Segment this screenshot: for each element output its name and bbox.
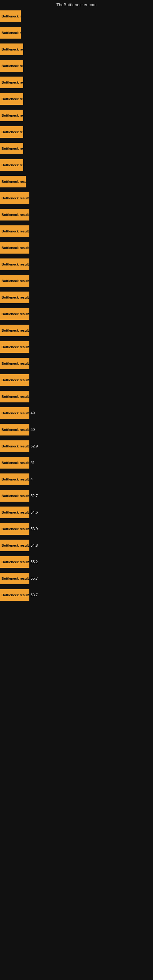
bar-value: 52.7 bbox=[30, 494, 38, 498]
bar-label: Bottleneck result bbox=[0, 424, 29, 436]
bar-label: Bottleneck result bbox=[0, 242, 29, 254]
bar-row: Bottleneck result bbox=[0, 273, 153, 289]
bar-row: Bottleneck re bbox=[0, 25, 153, 41]
bar-row: Bottleneck result50 bbox=[0, 422, 153, 438]
bar-label: Bottleneck res bbox=[0, 60, 23, 72]
bar-row: Bottleneck result54.8 bbox=[0, 538, 153, 554]
bar-row: Bottleneck result55.7 bbox=[0, 571, 153, 587]
bar-row: Bottleneck result53.9 bbox=[0, 521, 153, 537]
bar-row: Bottleneck resu bbox=[0, 173, 153, 189]
bar-value: 55.2 bbox=[30, 560, 38, 564]
bar-row: Bottleneck res bbox=[0, 140, 153, 156]
bar-row: Bottleneck res bbox=[0, 75, 153, 90]
bar-row: Bottleneck result bbox=[0, 306, 153, 322]
bar-label: Bottleneck res bbox=[0, 143, 23, 154]
bar-label: Bottleneck res bbox=[0, 110, 23, 121]
bar-label: Bottleneck resu bbox=[0, 176, 26, 188]
bar-row: Bottleneck result bbox=[0, 207, 153, 223]
bar-value: 50 bbox=[30, 428, 35, 432]
bar-value: 49 bbox=[30, 411, 35, 415]
bar-value: 54.6 bbox=[30, 510, 38, 514]
bar-label: Bottleneck result bbox=[0, 490, 29, 502]
bar-row: Bottleneck res bbox=[0, 41, 153, 57]
site-title: TheBottlenecker.com bbox=[0, 0, 153, 8]
bar-row: Bottleneck res bbox=[0, 91, 153, 107]
bar-label: Bottleneck res bbox=[0, 43, 23, 55]
bar-value: 53.9 bbox=[30, 527, 38, 531]
bar-row: Bottleneck res bbox=[0, 58, 153, 74]
bar-row: Bottleneck result54.6 bbox=[0, 504, 153, 520]
bar-label: Bottleneck result bbox=[0, 325, 29, 336]
bar-label: Bottleneck result bbox=[0, 539, 29, 551]
bar-row: Bottleneck result55.2 bbox=[0, 554, 153, 570]
bar-label: Bottleneck result bbox=[0, 391, 29, 402]
bar-label: Bottleneck res bbox=[0, 93, 23, 105]
bar-row: Bottleneck result bbox=[0, 356, 153, 371]
bar-label: Bottleneck result bbox=[0, 556, 29, 568]
bar-row: Bottleneck result51 bbox=[0, 455, 153, 471]
bar-value: 52.9 bbox=[30, 444, 38, 449]
bar-row: Bottleneck result bbox=[0, 339, 153, 355]
bar-row: Bottleneck result bbox=[0, 372, 153, 388]
bar-row: Bottleneck result52.7 bbox=[0, 488, 153, 504]
bar-label: Bottleneck res bbox=[0, 126, 23, 138]
bar-value: 51 bbox=[30, 461, 35, 465]
bar-label: Bottleneck result bbox=[0, 225, 29, 237]
bar-label: Bottleneck re bbox=[0, 10, 21, 22]
bar-row: Bottleneck result49 bbox=[0, 405, 153, 421]
chart-area: Bottleneck reBottleneck reBottleneck res… bbox=[0, 8, 153, 610]
bar-row: Bottleneck res bbox=[0, 108, 153, 123]
bar-label: Bottleneck result bbox=[0, 457, 29, 469]
bar-label: Bottleneck result bbox=[0, 209, 29, 221]
bar-label: Bottleneck result bbox=[0, 441, 29, 452]
bar-label: Bottleneck result bbox=[0, 291, 29, 303]
bar-label: Bottleneck result bbox=[0, 374, 29, 386]
bar-label: Bottleneck result bbox=[0, 275, 29, 286]
bar-row: Bottleneck re bbox=[0, 8, 153, 24]
bar-label: Bottleneck result bbox=[0, 589, 29, 601]
bar-label: Bottleneck result bbox=[0, 474, 29, 485]
bar-label: Bottleneck result bbox=[0, 308, 29, 320]
bar-label: Bottleneck result bbox=[0, 523, 29, 535]
bar-row: Bottleneck result bbox=[0, 240, 153, 256]
bar-label: Bottleneck result bbox=[0, 506, 29, 518]
bar-label: Bottleneck re bbox=[0, 27, 21, 38]
bar-label: Bottleneck result bbox=[0, 192, 29, 204]
bar-row: Bottleneck result bbox=[0, 290, 153, 305]
bar-label: Bottleneck result bbox=[0, 341, 29, 353]
bar-value: 55.7 bbox=[30, 576, 38, 581]
bar-value: 4 bbox=[30, 477, 33, 481]
bar-label: Bottleneck result bbox=[0, 573, 29, 584]
bar-row: Bottleneck result bbox=[0, 190, 153, 206]
bar-row: Bottleneck result bbox=[0, 223, 153, 239]
bar-label: Bottleneck result bbox=[0, 358, 29, 369]
bar-row: Bottleneck result bbox=[0, 389, 153, 404]
bar-row: Bottleneck result bbox=[0, 256, 153, 272]
bar-row: Bottleneck result52.9 bbox=[0, 438, 153, 454]
bar-row: Bottleneck result bbox=[0, 323, 153, 339]
bar-row: Bottleneck res bbox=[0, 157, 153, 173]
bar-label: Bottleneck res bbox=[0, 76, 23, 88]
bar-row: Bottleneck result53.7 bbox=[0, 587, 153, 603]
bar-label: Bottleneck result bbox=[0, 258, 29, 270]
bar-label: Bottleneck res bbox=[0, 159, 23, 171]
bar-value: 53.7 bbox=[30, 593, 38, 597]
bar-row: Bottleneck result4 bbox=[0, 471, 153, 487]
bar-label: Bottleneck result bbox=[0, 407, 29, 419]
bar-row: Bottleneck res bbox=[0, 124, 153, 140]
bar-value: 54.8 bbox=[30, 543, 38, 547]
